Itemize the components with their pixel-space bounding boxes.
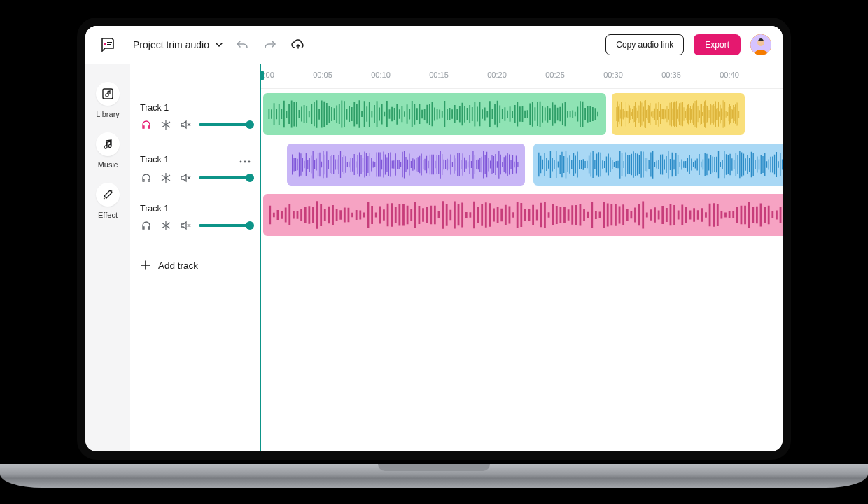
headphones-icon[interactable] — [140, 219, 153, 232]
sidebar-item-library[interactable]: Library — [96, 82, 120, 118]
library-icon — [96, 82, 120, 106]
sidebar-item-effect[interactable]: Effect — [96, 183, 120, 219]
sidebar-item-label: Library — [96, 110, 120, 118]
undo-button[interactable] — [233, 36, 251, 54]
track-name: Track 1 — [140, 103, 169, 113]
track-lane[interactable] — [260, 139, 783, 190]
volume-slider[interactable] — [199, 123, 251, 126]
timeline: 00:0000:0500:1000:1500:2000:2500:3000:35… — [260, 64, 783, 451]
snowflake-icon[interactable] — [160, 172, 172, 184]
track-header: Track 1 — [130, 198, 260, 248]
add-track-label: Add track — [158, 260, 198, 271]
ruler-tick: 00:25 — [545, 71, 565, 79]
sidebar: Library Music Effect — [85, 64, 130, 451]
headphones-icon[interactable] — [140, 118, 153, 131]
mute-icon[interactable] — [179, 172, 192, 184]
snowflake-icon[interactable] — [160, 118, 172, 131]
playhead[interactable] — [260, 64, 261, 451]
track-lane[interactable] — [260, 89, 783, 139]
plus-icon — [140, 260, 151, 271]
user-avatar[interactable] — [750, 34, 771, 55]
add-track-button[interactable]: Add track — [130, 248, 260, 282]
ruler-tick: 00:10 — [371, 71, 391, 79]
audio-clip[interactable] — [533, 144, 783, 186]
ruler[interactable]: 00:0000:0500:1000:1500:2000:2500:3000:35… — [260, 64, 783, 89]
headphones-icon[interactable] — [140, 172, 153, 184]
sidebar-item-music[interactable]: Music — [96, 132, 120, 169]
volume-slider[interactable] — [199, 224, 251, 227]
music-icon — [96, 132, 120, 156]
audio-clip[interactable] — [287, 144, 525, 186]
ruler-tick: 00:35 — [662, 71, 681, 79]
app-logo — [92, 29, 123, 60]
track-panel: Track 1 Track 1 — [130, 64, 260, 451]
volume-slider[interactable] — [199, 176, 251, 179]
mute-icon[interactable] — [179, 219, 192, 232]
redo-button[interactable] — [261, 36, 279, 54]
ruler-tick: 00:40 — [720, 71, 739, 79]
mute-icon[interactable] — [179, 118, 192, 131]
svg-point-8 — [248, 161, 251, 163]
svg-point-6 — [240, 161, 242, 163]
chevron-down-icon — [215, 41, 223, 49]
ruler-tick: 00:30 — [603, 71, 623, 79]
svg-rect-2 — [107, 44, 111, 46]
sidebar-item-label: Effect — [98, 211, 118, 219]
project-selector[interactable]: Project trim audio — [133, 39, 223, 50]
ruler-tick: 00:05 — [313, 71, 332, 79]
track-lane[interactable] — [260, 190, 783, 240]
effect-icon — [96, 183, 120, 206]
cloud-upload-button[interactable] — [289, 36, 307, 54]
export-button[interactable]: Export — [694, 34, 741, 55]
header: Project trim audio Copy audio link Expor… — [85, 26, 783, 64]
more-icon[interactable] — [239, 153, 251, 166]
track-header: Track 1 — [130, 97, 260, 148]
track-name: Track 1 — [140, 204, 169, 214]
ruler-tick: 00:15 — [429, 71, 449, 79]
sidebar-item-label: Music — [98, 160, 118, 169]
svg-rect-1 — [107, 42, 112, 43]
audio-clip[interactable] — [263, 194, 783, 236]
track-name: Track 1 — [140, 155, 169, 164]
svg-point-0 — [104, 43, 106, 44]
ruler-tick: 00:20 — [487, 71, 507, 79]
copy-audio-link-button[interactable]: Copy audio link — [606, 34, 684, 55]
audio-clip[interactable] — [263, 93, 606, 135]
audio-clip[interactable] — [612, 93, 745, 135]
track-header: Track 1 — [130, 148, 260, 198]
laptop-base — [0, 464, 868, 488]
svg-point-7 — [244, 161, 246, 163]
snowflake-icon[interactable] — [160, 219, 172, 232]
project-name: Project trim audio — [133, 39, 209, 50]
